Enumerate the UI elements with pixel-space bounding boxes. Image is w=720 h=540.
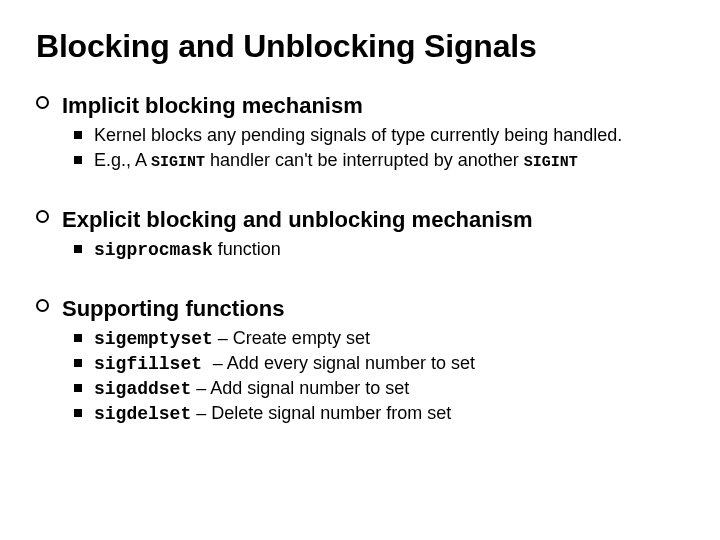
- bullet-item: Kernel blocks any pending signals of typ…: [36, 125, 684, 146]
- square-bullet-icon: [74, 384, 82, 392]
- spacer: [36, 264, 684, 296]
- inline-code: SIGINT: [151, 154, 205, 171]
- square-bullet-icon: [74, 334, 82, 342]
- inline-code: sigdelset: [94, 404, 191, 424]
- spacer: [36, 175, 684, 207]
- bullet-item: sigdelset – Delete signal number from se…: [36, 403, 684, 424]
- square-bullet-icon: [74, 359, 82, 367]
- inline-code: sigemptyset: [94, 329, 213, 349]
- bullet-text-post: – Add every signal number to set: [213, 353, 475, 373]
- circle-bullet-icon: [36, 210, 49, 223]
- heading-text: Explicit blocking and unblocking mechani…: [62, 207, 533, 232]
- inline-code: sigfillset: [94, 354, 213, 374]
- bullet-item: E.g., A SIGINT handler can't be interrup…: [36, 150, 684, 171]
- bullet-text: Kernel blocks any pending signals of typ…: [94, 125, 622, 145]
- section-heading: Implicit blocking mechanism: [36, 93, 684, 119]
- square-bullet-icon: [74, 156, 82, 164]
- heading-text: Implicit blocking mechanism: [62, 93, 363, 118]
- inline-code: SIGINT: [524, 154, 578, 171]
- square-bullet-icon: [74, 131, 82, 139]
- inline-code: sigaddset: [94, 379, 191, 399]
- heading-text: Supporting functions: [62, 296, 284, 321]
- square-bullet-icon: [74, 245, 82, 253]
- inline-code: sigprocmask: [94, 240, 213, 260]
- bullet-text-post: – Create empty set: [213, 328, 370, 348]
- slide-title: Blocking and Unblocking Signals: [36, 28, 684, 65]
- square-bullet-icon: [74, 409, 82, 417]
- section-heading: Explicit blocking and unblocking mechani…: [36, 207, 684, 233]
- bullet-item: sigprocmask function: [36, 239, 684, 260]
- bullet-item: sigfillset – Add every signal number to …: [36, 353, 684, 374]
- bullet-item: sigemptyset – Create empty set: [36, 328, 684, 349]
- bullet-text-mid: handler can't be interrupted by another: [205, 150, 524, 170]
- circle-bullet-icon: [36, 299, 49, 312]
- bullet-item: sigaddset – Add signal number to set: [36, 378, 684, 399]
- bullet-text-post: – Delete signal number from set: [191, 403, 451, 423]
- bullet-text-post: – Add signal number to set: [191, 378, 409, 398]
- bullet-text-post: function: [213, 239, 281, 259]
- circle-bullet-icon: [36, 96, 49, 109]
- section-heading: Supporting functions: [36, 296, 684, 322]
- bullet-text-pre: E.g., A: [94, 150, 151, 170]
- slide: Blocking and Unblocking Signals Implicit…: [0, 0, 720, 540]
